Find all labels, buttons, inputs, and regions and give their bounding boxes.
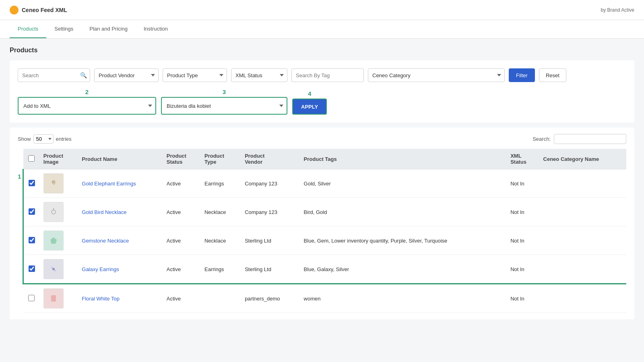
row-checkbox[interactable] [29, 265, 35, 272]
table-row: Gemstone Necklace Active Necklace Sterli… [23, 226, 626, 255]
row-checkbox-cell [23, 284, 39, 313]
product-image [43, 173, 64, 193]
row-name-cell: Galaxy Earrings [78, 255, 163, 284]
row-tags-cell: Bird, Gold [300, 198, 507, 226]
category-select[interactable]: Bizuteria dla kobiet Bizuteria dla mężcz… [162, 98, 287, 114]
app-name: Ceneo Feed XML [22, 7, 67, 13]
page-content: Products 🔍 Product Vendor Product Type X… [0, 39, 644, 327]
product-image [43, 259, 64, 279]
row-vendor-cell: Company 123 [241, 198, 299, 226]
product-name-link[interactable]: Gold Bird Necklace [82, 209, 126, 215]
step1-label: 1 [18, 173, 21, 180]
search-wrap: 🔍 [18, 68, 90, 82]
entries-label: entries [56, 136, 72, 142]
row-status-cell: Active [163, 169, 200, 198]
row-type-cell: Earrings [200, 255, 241, 284]
product-name-link[interactable]: Floral White Top [82, 296, 120, 302]
product-name-link[interactable]: Gold Elephant Earrings [82, 181, 136, 187]
col-name: Product Name [78, 149, 163, 169]
action-select[interactable]: Add to XML Remove from XML [19, 98, 155, 114]
table-header: ProductImage Product Name ProductStatus … [23, 149, 626, 169]
product-name-link[interactable]: Galaxy Earrings [82, 266, 119, 272]
row-tags-cell: Gold, Silver [300, 169, 507, 198]
col-tags: Product Tags [300, 149, 507, 169]
row-type-cell: Necklace [200, 198, 241, 226]
row-type-cell [200, 284, 241, 313]
row-ceneo-cell [539, 169, 626, 198]
tab-products[interactable]: Products [10, 20, 46, 38]
row-checkbox[interactable] [28, 295, 35, 301]
product-image [43, 230, 64, 251]
table-row: Gold Elephant Earrings Active Earrings C… [23, 169, 626, 198]
product-type-select[interactable]: Product Type [163, 68, 227, 82]
select-all-checkbox[interactable] [28, 155, 35, 162]
row-type-cell: Necklace [200, 226, 241, 255]
row-image-cell [39, 226, 78, 255]
svg-point-5 [51, 267, 52, 268]
row-tags-cell: Blue, Galaxy, Silver [300, 255, 507, 284]
row-xml-status-cell: Not In [506, 226, 539, 255]
table-search-row: Search: [533, 134, 626, 144]
action-dropdown-wrap: Add to XML Remove from XML [18, 97, 156, 115]
row-image-cell [39, 198, 78, 226]
tab-plan-pricing[interactable]: Plan and Pricing [81, 20, 136, 38]
row-checkbox-cell [23, 198, 39, 226]
action-row: 2 Add to XML Remove from XML 3 Bizuteria… [18, 88, 626, 115]
product-vendor-select[interactable]: Product Vendor [94, 68, 159, 82]
filter-button[interactable]: Filter [509, 68, 535, 82]
step4-group: 4 APPLY [292, 90, 327, 115]
tab-settings[interactable]: Settings [46, 20, 81, 38]
row-ceneo-cell [539, 284, 626, 313]
row-status-cell: Active [163, 198, 200, 226]
row-ceneo-cell [539, 226, 626, 255]
col-type: ProductType [200, 149, 241, 169]
row-checkbox[interactable] [29, 237, 35, 243]
row-vendor-cell: Sterling Ltd [241, 255, 299, 284]
row-name-cell: Floral White Top [78, 284, 163, 313]
row-status-cell: Active [163, 284, 200, 313]
svg-point-6 [54, 270, 56, 272]
col-status: ProductStatus [163, 149, 200, 169]
row-xml-status-cell: Not In [506, 284, 539, 313]
row-checkbox-cell [23, 169, 39, 198]
row-checkbox[interactable] [29, 208, 35, 215]
svg-point-4 [52, 268, 55, 270]
show-entries: Show 50 25 10 100 entries [18, 134, 72, 144]
search-input[interactable] [18, 68, 90, 82]
app-logo: Ceneo Feed XML [10, 6, 67, 14]
table-search-input[interactable] [554, 134, 626, 144]
product-image [43, 288, 64, 309]
reset-button[interactable]: Reset [539, 68, 566, 82]
row-checkbox-cell [23, 255, 39, 284]
row-xml-status-cell: Not In [506, 169, 539, 198]
row-checkbox-cell [23, 226, 39, 255]
category-select-wrap: Bizuteria dla kobiet Bizuteria dla mężcz… [161, 97, 287, 115]
entries-select[interactable]: 50 25 10 100 [33, 134, 54, 144]
xml-status-select[interactable]: XML Status [231, 68, 287, 82]
table-search-label: Search: [533, 136, 551, 142]
products-table: ProductImage Product Name ProductStatus … [23, 149, 626, 313]
table-outer: 1 ProductImage Product Name ProductStatu… [18, 149, 626, 313]
row-name-cell: Gemstone Necklace [78, 226, 163, 255]
app-byline: by Brand Active [601, 7, 634, 13]
product-name-link[interactable]: Gemstone Necklace [82, 238, 129, 244]
ceneo-category-select[interactable]: Ceneo Category [368, 68, 505, 82]
search-by-tag-input[interactable] [291, 68, 364, 82]
page-title: Products [10, 47, 634, 54]
nav-tabs: Products Settings Plan and Pricing Instr… [0, 20, 644, 39]
product-image [43, 202, 64, 222]
col-ceneo: Ceneo Category Name [539, 149, 626, 169]
tab-instruction[interactable]: Instruction [136, 20, 176, 38]
search-icon-btn[interactable]: 🔍 [80, 72, 87, 78]
step3-group: 3 Bizuteria dla kobiet Bizuteria dla męż… [161, 88, 287, 115]
apply-button[interactable]: APPLY [292, 99, 327, 115]
row-xml-status-cell: Not In [506, 198, 539, 226]
step3-label: 3 [223, 88, 226, 95]
row-image-cell [39, 255, 78, 284]
show-label: Show [18, 136, 31, 142]
row-status-cell: Active [163, 226, 200, 255]
step2-group: 2 Add to XML Remove from XML [18, 88, 156, 115]
svg-point-1 [52, 210, 56, 214]
row-checkbox[interactable] [29, 180, 35, 186]
step1-container: 1 [18, 149, 23, 180]
